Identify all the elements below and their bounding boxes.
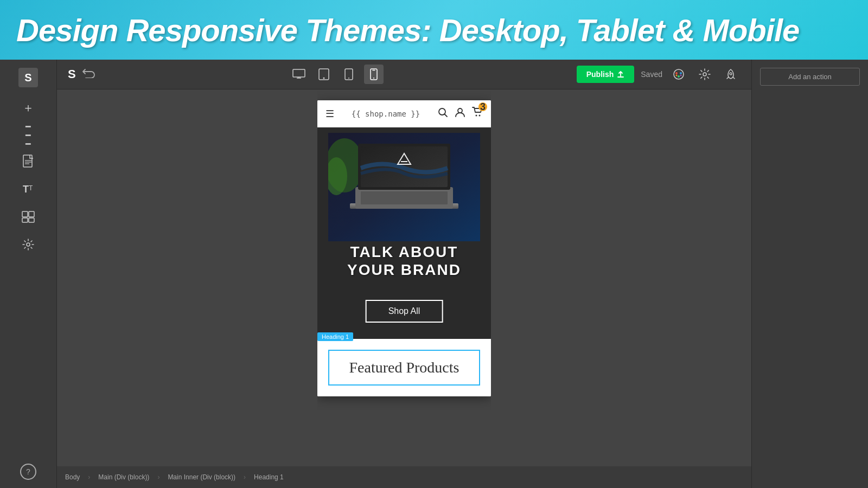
svg-point-27 [680, 75, 681, 76]
svg-point-19 [373, 78, 374, 79]
svg-rect-8 [22, 218, 28, 222]
svg-point-32 [458, 108, 462, 113]
breadcrumb-main[interactable]: Main (Div (block)) [98, 473, 149, 481]
top-banner: Design Responsive Themes: Desktop, Table… [0, 0, 868, 60]
hamburger-nav-icon[interactable]: ☰ [326, 108, 334, 120]
publish-button[interactable]: Publish [577, 66, 635, 83]
banner-title: Design Responsive Themes: Desktop, Table… [16, 12, 799, 48]
svg-point-24 [680, 72, 682, 74]
breadcrumb-heading1[interactable]: Heading 1 [254, 473, 284, 481]
svg-rect-11 [293, 69, 305, 77]
sidebar-settings-icon[interactable] [17, 235, 40, 258]
desktop-device-button[interactable] [289, 65, 309, 84]
svg-text:T: T [23, 184, 29, 195]
tablet-sm-device-button[interactable] [339, 65, 359, 84]
add-icon: ＋ [22, 100, 34, 116]
featured-section-inner: Featured Products [328, 350, 480, 386]
sidebar-menu-icon[interactable]: ━━━ [17, 124, 40, 147]
svg-point-25 [678, 75, 680, 78]
svg-point-34 [479, 115, 481, 117]
hero-heading: TALK ABOUT YOUR BRAND [317, 243, 491, 279]
gear-icon [22, 238, 35, 254]
featured-heading: Featured Products [337, 359, 471, 376]
svg-rect-9 [29, 218, 34, 222]
svg-rect-0 [23, 155, 32, 167]
svg-point-22 [674, 69, 684, 79]
image-icon [22, 211, 35, 226]
search-header-icon[interactable] [437, 107, 448, 120]
svg-rect-40 [361, 191, 448, 204]
toolbar-center [289, 65, 384, 84]
shop-name-text: {{ shop.name }} [352, 110, 420, 118]
hamburger-icon: ━━━ [25, 123, 31, 149]
main-content: S [57, 60, 751, 488]
cart-badge: 3 [478, 102, 487, 111]
settings-button[interactable] [695, 65, 714, 84]
toolbar-undo-redo[interactable] [81, 68, 97, 81]
featured-section: Heading 1 Featured Products [317, 339, 491, 396]
toolbar-logo-text: S [68, 67, 76, 81]
svg-point-17 [348, 78, 349, 79]
hero-section: TALK ABOUT YOUR BRAND Shop All [317, 127, 491, 339]
sidebar-text-icon[interactable]: T T [17, 179, 40, 202]
rocket-button[interactable] [721, 65, 741, 84]
svg-line-31 [445, 114, 448, 117]
toolbar-right: Publish Saved [577, 65, 741, 84]
tablet-lg-device-button[interactable] [314, 65, 334, 84]
svg-rect-45 [361, 146, 448, 187]
svg-rect-7 [29, 211, 34, 217]
sidebar-logo[interactable]: S [18, 68, 38, 87]
left-sidebar: S ＋ ━━━ T [0, 60, 57, 488]
canvas-area: ☰ {{ shop.name }} [317, 89, 491, 488]
svg-point-28 [703, 73, 706, 76]
breadcrumb-main-inner[interactable]: Main Inner (Div (block)) [168, 473, 235, 481]
hero-button-wrapper: Shop All [366, 300, 443, 323]
svg-point-15 [323, 78, 325, 79]
add-action-button[interactable]: Add an action [760, 68, 860, 86]
svg-point-23 [675, 72, 678, 74]
hero-line2: YOUR BRAND [347, 261, 461, 278]
heading-label-badge: Heading 1 [317, 332, 353, 341]
breadcrumb-body[interactable]: Body [65, 473, 80, 481]
top-toolbar: S [57, 60, 751, 89]
hero-line1: TALK ABOUT [350, 243, 458, 260]
sidebar-page-icon[interactable] [17, 152, 40, 175]
mobile-device-button[interactable] [364, 65, 384, 84]
palette-button[interactable] [669, 65, 688, 84]
bottom-breadcrumb-bar: Body › Main (Div (block)) › Main Inner (… [57, 466, 751, 488]
hero-text-block: TALK ABOUT YOUR BRAND [317, 243, 491, 279]
right-panel: Add an action [751, 60, 868, 488]
svg-point-10 [27, 243, 30, 246]
header-icons-group: 3 [437, 107, 483, 120]
svg-rect-6 [22, 211, 28, 217]
shop-all-button[interactable]: Shop All [366, 300, 443, 323]
mobile-frame: ☰ {{ shop.name }} [317, 100, 491, 396]
editor-container: S ＋ ━━━ T [0, 60, 868, 488]
sidebar-add-icon[interactable]: ＋ [17, 97, 40, 119]
help-icon[interactable]: ? [20, 464, 36, 480]
toolbar-left: S [68, 67, 97, 81]
svg-point-33 [476, 115, 477, 117]
svg-point-29 [730, 73, 732, 75]
cart-icon-wrapper[interactable]: 3 [472, 107, 483, 120]
saved-status: Saved [641, 70, 662, 79]
laptop-image [328, 133, 480, 241]
account-header-icon[interactable] [455, 107, 465, 120]
sidebar-image-icon[interactable] [17, 207, 40, 230]
document-icon [22, 155, 34, 172]
typography-icon: T T [22, 183, 35, 199]
svg-point-26 [675, 75, 677, 76]
mobile-nav-header: ☰ {{ shop.name }} [317, 100, 491, 127]
svg-text:T: T [29, 184, 33, 192]
